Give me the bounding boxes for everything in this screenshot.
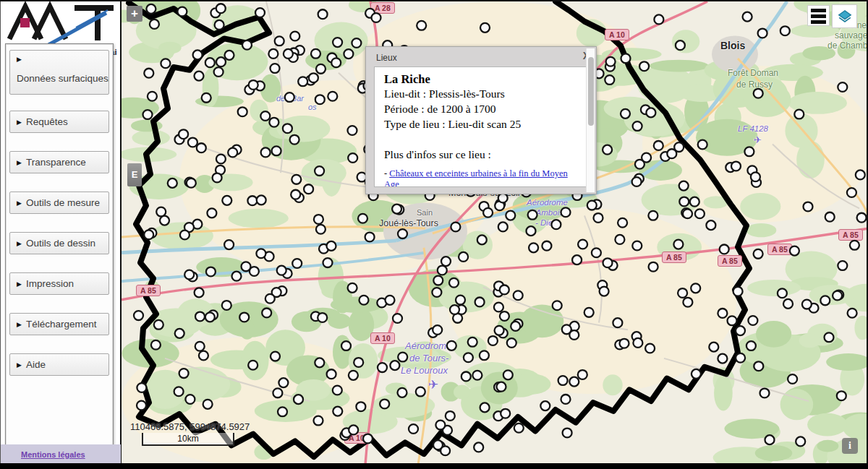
place-marker[interactable] xyxy=(796,436,805,446)
place-marker[interactable] xyxy=(179,369,189,378)
place-marker[interactable] xyxy=(238,107,247,116)
place-marker[interactable] xyxy=(451,223,460,232)
place-marker[interactable] xyxy=(349,371,358,380)
place-marker[interactable] xyxy=(558,376,568,385)
place-marker[interactable] xyxy=(569,377,579,387)
edit-button[interactable]: E xyxy=(127,163,142,186)
place-marker[interactable] xyxy=(754,249,763,259)
place-marker[interactable] xyxy=(160,216,169,225)
place-marker[interactable] xyxy=(501,409,510,418)
place-marker[interactable] xyxy=(498,194,508,203)
place-marker[interactable] xyxy=(390,361,399,370)
place-marker[interactable] xyxy=(495,326,504,335)
sidebar-item-telechargement[interactable]: ▶Téléchargement xyxy=(9,313,109,335)
place-marker[interactable] xyxy=(177,7,187,17)
place-marker[interactable] xyxy=(239,313,249,322)
place-marker[interactable] xyxy=(838,261,847,270)
place-marker[interactable] xyxy=(645,344,655,353)
place-marker[interactable] xyxy=(804,202,813,212)
place-marker[interactable] xyxy=(592,248,601,257)
place-marker[interactable] xyxy=(441,257,451,266)
place-marker[interactable] xyxy=(848,309,857,318)
place-marker[interactable] xyxy=(480,350,489,360)
place-marker[interactable] xyxy=(260,111,270,121)
place-marker[interactable] xyxy=(578,240,587,249)
place-marker[interactable] xyxy=(416,387,425,397)
place-marker[interactable] xyxy=(199,351,208,361)
place-marker[interactable] xyxy=(477,235,487,244)
place-marker[interactable] xyxy=(228,148,237,158)
place-marker[interactable] xyxy=(215,20,224,30)
place-marker[interactable] xyxy=(778,288,787,298)
place-marker[interactable] xyxy=(269,118,278,127)
place-marker[interactable] xyxy=(195,342,205,351)
place-marker[interactable] xyxy=(603,258,613,267)
place-marker[interactable] xyxy=(323,258,333,267)
place-marker[interactable] xyxy=(435,421,445,430)
place-marker[interactable] xyxy=(569,330,579,340)
place-marker[interactable] xyxy=(265,294,275,304)
place-marker[interactable] xyxy=(461,372,471,382)
place-marker[interactable] xyxy=(386,296,395,305)
place-marker[interactable] xyxy=(748,316,757,325)
place-marker[interactable] xyxy=(649,262,658,272)
layers-button[interactable] xyxy=(832,4,857,28)
place-marker[interactable] xyxy=(184,270,194,280)
place-marker[interactable] xyxy=(527,226,536,236)
place-marker[interactable] xyxy=(168,178,177,188)
place-marker[interactable] xyxy=(646,108,655,117)
place-marker[interactable] xyxy=(709,343,718,352)
place-marker[interactable] xyxy=(315,95,325,104)
place-marker[interactable] xyxy=(314,215,323,224)
place-marker[interactable] xyxy=(825,212,835,222)
place-marker[interactable] xyxy=(578,370,587,379)
place-marker[interactable] xyxy=(695,209,705,218)
place-marker[interactable] xyxy=(257,195,266,205)
place-marker[interactable] xyxy=(271,352,280,361)
place-marker[interactable] xyxy=(500,311,509,321)
place-marker[interactable] xyxy=(206,267,216,277)
place-marker[interactable] xyxy=(847,188,856,197)
place-marker[interactable] xyxy=(639,61,649,71)
place-marker[interactable] xyxy=(540,401,550,410)
place-marker[interactable] xyxy=(175,329,184,338)
place-marker[interactable] xyxy=(587,201,597,210)
place-marker[interactable] xyxy=(363,434,373,444)
scrollbar-thumb[interactable] xyxy=(588,57,594,126)
place-marker[interactable] xyxy=(150,20,159,29)
place-marker[interactable] xyxy=(488,336,498,345)
place-marker[interactable] xyxy=(393,314,402,323)
place-marker[interactable] xyxy=(268,49,278,59)
place-marker[interactable] xyxy=(606,57,616,66)
place-marker[interactable] xyxy=(333,386,342,395)
place-marker[interactable] xyxy=(352,38,361,48)
place-marker[interactable] xyxy=(511,322,520,331)
place-marker[interactable] xyxy=(392,205,401,214)
place-marker[interactable] xyxy=(222,196,231,205)
place-marker[interactable] xyxy=(193,50,203,59)
place-marker[interactable] xyxy=(314,416,323,426)
place-marker[interactable] xyxy=(283,124,292,133)
place-marker[interactable] xyxy=(187,178,196,188)
place-marker[interactable] xyxy=(222,301,231,310)
place-marker[interactable] xyxy=(146,4,156,14)
place-marker[interactable] xyxy=(285,92,294,102)
place-marker[interactable] xyxy=(232,272,242,281)
place-marker[interactable] xyxy=(728,316,737,325)
place-marker[interactable] xyxy=(398,388,407,397)
place-marker[interactable] xyxy=(151,340,161,350)
place-marker[interactable] xyxy=(203,400,213,409)
place-marker[interactable] xyxy=(333,407,342,416)
menu-button[interactable] xyxy=(807,5,830,26)
place-marker[interactable] xyxy=(551,220,561,229)
place-marker[interactable] xyxy=(294,395,303,404)
place-marker[interactable] xyxy=(202,93,211,103)
place-marker[interactable] xyxy=(273,388,282,397)
place-marker[interactable] xyxy=(690,197,699,207)
place-marker[interactable] xyxy=(698,140,707,150)
place-marker[interactable] xyxy=(561,395,571,404)
place-marker[interactable] xyxy=(820,296,830,305)
place-marker[interactable] xyxy=(678,288,687,298)
place-marker[interactable] xyxy=(679,181,689,191)
place-marker[interactable] xyxy=(348,283,357,293)
